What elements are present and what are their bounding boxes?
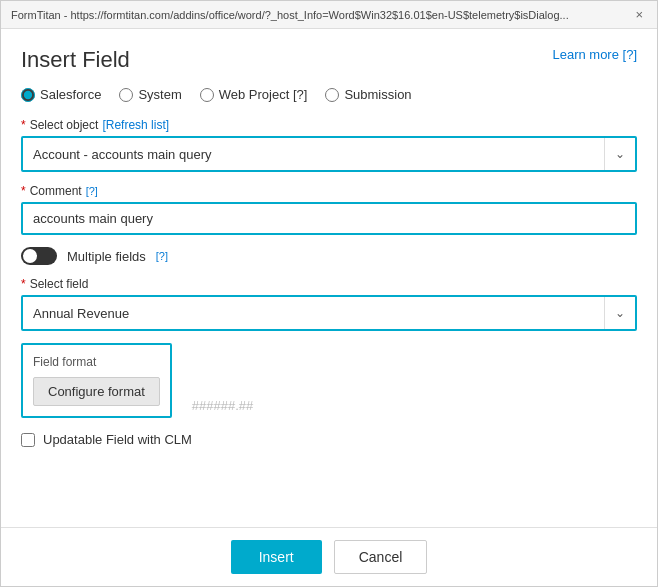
select-object-arrow[interactable]: ⌄ [604,138,635,170]
select-object-dropdown[interactable]: Account - accounts main query [23,140,604,169]
multiple-fields-row: Multiple fields [?] [21,247,637,265]
format-row: Field format Configure format ######.## [21,343,637,418]
select-field-label: * Select field [21,277,637,291]
radio-system-input[interactable] [119,88,133,102]
page-title: Insert Field [21,47,130,73]
radio-salesforce[interactable]: Salesforce [21,87,101,102]
select-object-section: * Select object [Refresh list] Account -… [21,118,637,172]
footer: Insert Cancel [1,527,657,586]
close-button[interactable]: × [631,7,647,22]
select-object-label: * Select object [Refresh list] [21,118,637,132]
format-preview: ######.## [184,391,253,418]
multiple-fields-toggle[interactable] [21,247,57,265]
radio-salesforce-label: Salesforce [40,87,101,102]
select-object-label-text: Select object [30,118,99,132]
insert-button[interactable]: Insert [231,540,322,574]
radio-web-project-label: Web Project [?] [219,87,308,102]
field-format-section: Field format Configure format ######.## [21,343,637,418]
updatable-field-checkbox[interactable] [21,433,35,447]
select-field-arrow[interactable]: ⌄ [604,297,635,329]
content-area: Insert Field Learn more [?] Salesforce S… [1,29,657,527]
radio-system-label: System [138,87,181,102]
comment-label-text: Comment [30,184,82,198]
updatable-field-row: Updatable Field with CLM [21,432,637,447]
updatable-field-label: Updatable Field with CLM [43,432,192,447]
multiple-fields-label: Multiple fields [67,249,146,264]
required-star-comment: * [21,184,26,198]
radio-submission[interactable]: Submission [325,87,411,102]
multiple-fields-help[interactable]: [?] [156,250,168,262]
title-bar: FormTitan - https://formtitan.com/addins… [1,1,657,29]
title-bar-text: FormTitan - https://formtitan.com/addins… [11,9,569,21]
refresh-list-link[interactable]: [Refresh list] [102,118,169,132]
radio-submission-label: Submission [344,87,411,102]
comment-box [21,202,637,235]
select-field-section: * Select field Annual Revenue ⌄ [21,277,637,331]
source-radio-group: Salesforce System Web Project [?] Submis… [21,87,637,102]
required-star-field: * [21,277,26,291]
field-format-label: Field format [33,355,160,369]
radio-salesforce-input[interactable] [21,88,35,102]
radio-web-project-input[interactable] [200,88,214,102]
select-field-label-text: Select field [30,277,89,291]
comment-help-badge[interactable]: [?] [86,185,98,197]
configure-format-button[interactable]: Configure format [33,377,160,406]
select-field-box: Annual Revenue ⌄ [21,295,637,331]
required-star-object: * [21,118,26,132]
learn-more-link[interactable]: Learn more [?] [552,47,637,62]
comment-input[interactable] [23,204,635,233]
radio-system[interactable]: System [119,87,181,102]
toggle-knob [23,249,37,263]
comment-section: * Comment [?] [21,184,637,235]
header-row: Insert Field Learn more [?] [21,47,637,73]
comment-label: * Comment [?] [21,184,637,198]
cancel-button[interactable]: Cancel [334,540,428,574]
radio-web-project[interactable]: Web Project [?] [200,87,308,102]
select-object-box: Account - accounts main query ⌄ [21,136,637,172]
select-field-dropdown[interactable]: Annual Revenue [23,299,604,328]
main-window: FormTitan - https://formtitan.com/addins… [0,0,658,587]
field-format-box: Field format Configure format [21,343,172,418]
radio-submission-input[interactable] [325,88,339,102]
